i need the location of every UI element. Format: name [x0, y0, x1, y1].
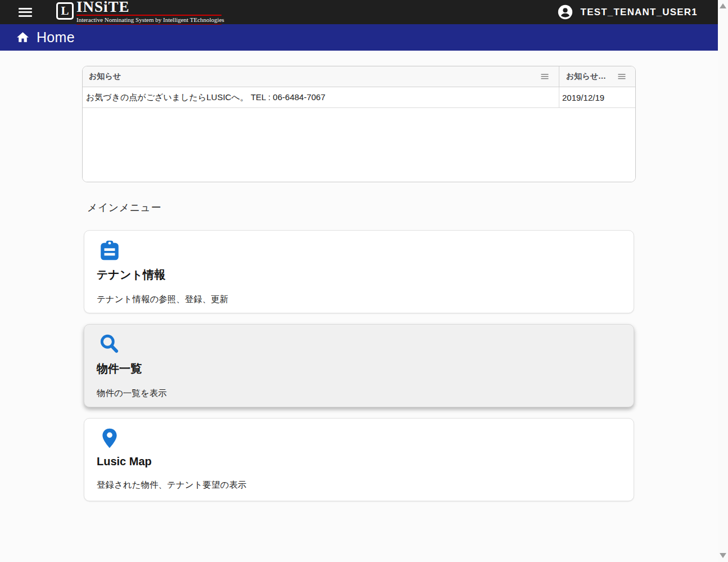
page-scrollbar[interactable] — [718, 0, 728, 562]
user-menu[interactable]: TEST_TENANT_USER1 — [557, 4, 698, 20]
scroll-down-icon[interactable] — [720, 553, 726, 558]
logo-title: INSiTE — [76, 0, 224, 14]
card-title: Lusic Map — [97, 455, 620, 468]
column-header-notice-date[interactable]: お知らせ… — [559, 66, 635, 87]
map-pin-icon — [98, 427, 121, 449]
card-tenant-info[interactable]: テナント情報 テナント情報の参照、登録、更新 — [84, 230, 634, 313]
card-property-list[interactable]: 物件一覧 物件の一覧を表示 — [84, 324, 634, 407]
card-title: 物件一覧 — [97, 361, 620, 376]
notice-grid-empty-area — [83, 108, 635, 182]
card-description: 物件の一覧を表示 — [97, 388, 620, 399]
column-label: お知らせ — [89, 71, 540, 82]
column-menu-icon[interactable] — [617, 72, 626, 81]
content: L INSiTE Interactive Nominating System b… — [0, 0, 718, 562]
user-name: TEST_TENANT_USER1 — [581, 7, 698, 18]
main-menu-heading: メインメニュー — [82, 201, 636, 214]
column-header-notice[interactable]: お知らせ — [83, 66, 559, 87]
card-description: 登録された物件、テナント要望の表示 — [97, 479, 620, 491]
card-description: テナント情報の参照、登録、更新 — [97, 294, 620, 305]
notice-message-cell: お気づきの点がございましたらLUSICへ。 TEL : 06-6484-7067 — [83, 87, 559, 107]
insite-logo: L INSiTE Interactive Nominating System b… — [56, 0, 224, 25]
logo-letter-box: L — [56, 2, 74, 20]
card-lusic-map[interactable]: Lusic Map 登録された物件、テナント要望の表示 — [84, 418, 634, 501]
menu-button[interactable] — [19, 6, 32, 19]
logo-text: INSiTE Interactive Nominating System by … — [76, 0, 224, 25]
column-menu-icon[interactable] — [540, 72, 549, 81]
account-circle-icon — [557, 4, 573, 20]
logo-underline-thin — [76, 24, 221, 25]
hamburger-icon — [19, 8, 32, 10]
clipboard-icon — [98, 239, 121, 262]
search-icon — [98, 333, 121, 356]
notice-grid-header: お知らせ お知らせ… — [83, 66, 635, 87]
notice-grid: お知らせ お知らせ… — [82, 66, 636, 182]
logo-subtitle: Interactive Nominating System by Intelli… — [76, 17, 224, 23]
page-title: Home — [37, 29, 75, 46]
page: L INSiTE Interactive Nominating System b… — [0, 0, 728, 562]
breadcrumb-bar: Home — [0, 24, 718, 51]
main-menu-cards: テナント情報 テナント情報の参照、登録、更新 物件一覧 物件の一覧を表示 — [84, 230, 634, 501]
card-title: テナント情報 — [97, 267, 620, 282]
home-icon — [16, 30, 30, 44]
main-area: お知らせ お知らせ… — [0, 51, 718, 501]
top-app-bar: L INSiTE Interactive Nominating System b… — [0, 0, 718, 24]
column-label: お知らせ… — [566, 71, 617, 82]
scroll-up-icon[interactable] — [720, 3, 726, 8]
logo-letter: L — [61, 5, 69, 17]
logo-underline — [76, 15, 221, 16]
notice-row[interactable]: お気づきの点がございましたらLUSICへ。 TEL : 06-6484-7067… — [83, 87, 635, 108]
notice-date-cell: 2019/12/19 — [559, 87, 635, 107]
